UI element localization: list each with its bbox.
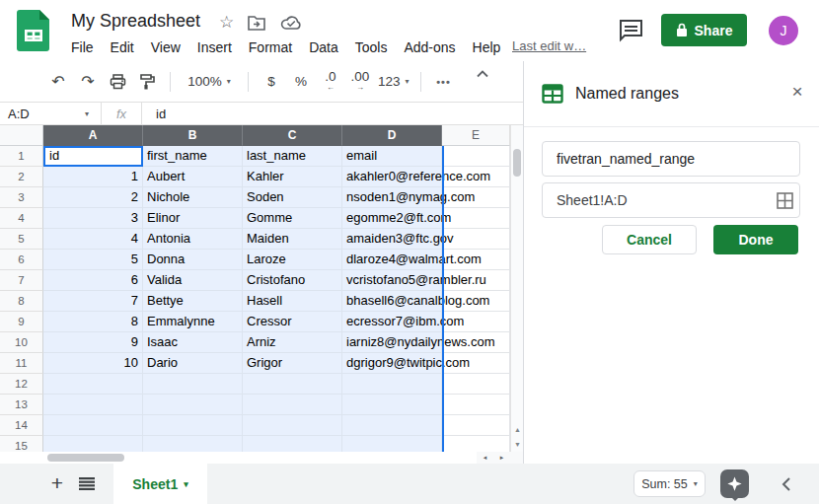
select-data-range-icon[interactable] bbox=[777, 192, 793, 209]
cell-A13[interactable] bbox=[43, 395, 143, 415]
cell-D8[interactable]: bhasell6@canalblog.com bbox=[342, 291, 442, 312]
row-header-5[interactable]: 5 bbox=[0, 229, 43, 250]
cell-A6[interactable]: 5 bbox=[43, 250, 143, 270]
sheet-tab[interactable]: Sheet1 ▾ bbox=[113, 464, 207, 504]
more-formats-button[interactable]: 123▾ bbox=[378, 69, 410, 95]
cell-C3[interactable]: Soden bbox=[243, 187, 342, 208]
vertical-scrollbar-thumb[interactable] bbox=[513, 149, 521, 177]
move-folder-icon[interactable] bbox=[247, 15, 266, 32]
row-header-11[interactable]: 11 bbox=[0, 353, 43, 374]
paint-format-button[interactable] bbox=[135, 69, 159, 95]
menu-item-format[interactable]: Format bbox=[249, 39, 292, 55]
cell-A12[interactable] bbox=[43, 374, 143, 395]
select-all-corner[interactable] bbox=[0, 125, 43, 146]
cell-B3[interactable]: Nichole bbox=[143, 187, 243, 208]
menu-item-view[interactable]: View bbox=[151, 39, 181, 55]
cell-C14[interactable] bbox=[243, 415, 342, 436]
row-header-14[interactable]: 14 bbox=[0, 415, 43, 436]
explore-button[interactable] bbox=[720, 469, 749, 498]
menu-item-edit[interactable]: Edit bbox=[111, 39, 134, 55]
format-currency-button[interactable]: $ bbox=[260, 69, 283, 95]
share-button[interactable]: Share bbox=[661, 14, 747, 46]
avatar[interactable]: J bbox=[769, 16, 798, 45]
cell-C11[interactable]: Grigor bbox=[243, 353, 342, 374]
cell-A9[interactable]: 8 bbox=[43, 312, 143, 332]
cell-B2[interactable]: Aubert bbox=[143, 167, 243, 187]
row-header-8[interactable]: 8 bbox=[0, 291, 43, 312]
vertical-scrollbar[interactable]: ▲ ▼ bbox=[510, 125, 523, 452]
cell-C2[interactable]: Kahler bbox=[243, 167, 342, 187]
cell-A10[interactable]: 9 bbox=[43, 332, 143, 353]
row-header-10[interactable]: 10 bbox=[0, 332, 43, 353]
menu-item-help[interactable]: Help bbox=[473, 39, 501, 55]
name-box[interactable]: A:D bbox=[0, 107, 85, 121]
format-percent-button[interactable]: % bbox=[289, 69, 313, 95]
cell-A2[interactable]: 1 bbox=[43, 167, 143, 187]
comment-history-icon[interactable] bbox=[618, 18, 644, 42]
row-header-3[interactable]: 3 bbox=[0, 187, 43, 208]
cancel-button[interactable]: Cancel bbox=[602, 225, 697, 254]
cell-D3[interactable]: nsoden1@nymag.com bbox=[342, 187, 442, 208]
cell-D5[interactable]: amaiden3@ftc.gov bbox=[342, 229, 442, 250]
column-header-B[interactable]: B bbox=[143, 125, 243, 146]
chevron-down-icon[interactable]: ▾ bbox=[85, 109, 101, 118]
done-button[interactable]: Done bbox=[713, 225, 798, 254]
cell-C12[interactable] bbox=[243, 374, 342, 395]
sheets-logo-icon[interactable] bbox=[16, 9, 51, 52]
cell-A5[interactable]: 4 bbox=[43, 229, 143, 250]
row-header-4[interactable]: 4 bbox=[0, 208, 43, 229]
menu-item-tools[interactable]: Tools bbox=[355, 39, 388, 55]
print-button[interactable] bbox=[106, 69, 129, 95]
scroll-right-icon[interactable]: ▸ bbox=[493, 452, 510, 464]
undo-button[interactable]: ↶ bbox=[46, 69, 70, 95]
row-header-6[interactable]: 6 bbox=[0, 250, 43, 270]
cell-E12[interactable] bbox=[442, 374, 510, 395]
horizontal-scrollbar[interactable]: ◂ ▸ bbox=[0, 452, 523, 464]
cell-B9[interactable]: Emmalynne bbox=[143, 312, 243, 332]
cell-C10[interactable]: Arniz bbox=[243, 332, 342, 353]
add-sheet-button[interactable]: + bbox=[45, 470, 69, 496]
cell-A7[interactable]: 6 bbox=[43, 270, 143, 291]
scroll-left-icon[interactable]: ◂ bbox=[477, 452, 493, 464]
collapse-toolbar-icon[interactable] bbox=[476, 69, 489, 78]
cell-C15[interactable] bbox=[243, 436, 342, 452]
cell-D10[interactable]: iarniz8@nydailynews.com bbox=[342, 332, 442, 353]
cell-B7[interactable]: Valida bbox=[143, 270, 243, 291]
cell-B12[interactable] bbox=[143, 374, 243, 395]
increase-decimal-button[interactable]: .00→ bbox=[348, 69, 372, 95]
cell-C4[interactable]: Gomme bbox=[243, 208, 342, 229]
last-edit-link[interactable]: Last edit w… bbox=[512, 38, 586, 53]
menu-item-data[interactable]: Data bbox=[309, 39, 338, 55]
cell-D14[interactable] bbox=[342, 415, 442, 436]
star-icon[interactable]: ☆ bbox=[219, 12, 234, 33]
cell-B10[interactable]: Isaac bbox=[143, 332, 243, 353]
cell-D9[interactable]: ecressor7@ibm.com bbox=[342, 312, 442, 332]
cell-C8[interactable]: Hasell bbox=[243, 291, 342, 312]
cell-C6[interactable]: Laroze bbox=[243, 250, 342, 270]
decrease-decimal-button[interactable]: .0← bbox=[319, 69, 342, 95]
sum-indicator[interactable]: Sum: 55 ▾ bbox=[633, 470, 706, 497]
cell-C5[interactable]: Maiden bbox=[243, 229, 342, 250]
menu-item-insert[interactable]: Insert bbox=[197, 39, 232, 55]
row-header-13[interactable]: 13 bbox=[0, 395, 43, 415]
cell-D13[interactable] bbox=[342, 395, 442, 415]
row-header-12[interactable]: 12 bbox=[0, 374, 43, 395]
cell-D4[interactable]: egomme2@ft.com bbox=[342, 208, 442, 229]
zoom-select[interactable]: 100%▾ bbox=[182, 69, 237, 95]
cell-E4[interactable] bbox=[442, 208, 510, 229]
column-header-E[interactable]: E bbox=[442, 125, 510, 146]
cell-B14[interactable] bbox=[143, 415, 243, 436]
cell-D7[interactable]: vcristofano5@rambler.ru bbox=[342, 270, 442, 291]
cell-B13[interactable] bbox=[143, 395, 243, 415]
cell-A8[interactable]: 7 bbox=[43, 291, 143, 312]
row-header-1[interactable]: 1 bbox=[0, 146, 43, 167]
cell-B8[interactable]: Bettye bbox=[143, 291, 243, 312]
cell-E14[interactable] bbox=[442, 415, 510, 436]
cell-E1[interactable] bbox=[442, 146, 510, 167]
cell-B6[interactable]: Donna bbox=[143, 250, 243, 270]
row-header-9[interactable]: 9 bbox=[0, 312, 43, 332]
row-header-15[interactable]: 15 bbox=[0, 436, 43, 452]
cell-B5[interactable]: Antonia bbox=[143, 229, 243, 250]
chevron-left-icon[interactable] bbox=[781, 476, 791, 492]
cell-A11[interactable]: 10 bbox=[43, 353, 143, 374]
